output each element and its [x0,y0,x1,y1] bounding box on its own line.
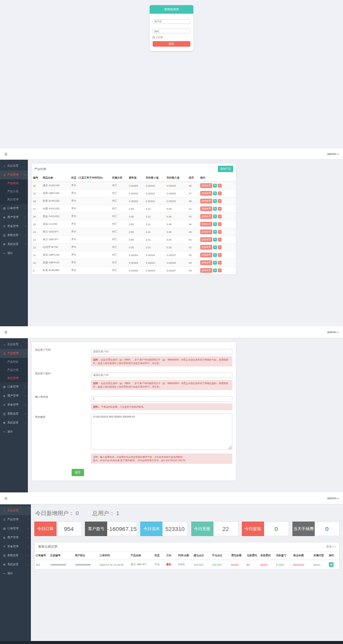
trash-icon[interactable]: × [218,222,222,226]
cell-name: 澳加 AUDCAD [42,182,70,190]
trash-icon[interactable]: × [218,238,222,242]
trash-icon[interactable]: × [218,230,222,234]
params-icon: ▥ [3,412,6,416]
sidebar-item-2[interactable]: ▤订单管理› [0,524,31,533]
trash-icon[interactable]: × [218,199,222,203]
toggle-market-button[interactable]: 启动休市 [200,214,212,219]
pencil-icon[interactable]: ✎ [213,253,217,257]
sidebar-item-label: 订单管理 [7,385,24,389]
column-header: 操作 [328,552,339,560]
sidebar-item-7[interactable]: ↪退出 [0,249,28,258]
cell-risk_max: 5.05 [165,236,187,244]
toggle-market-button[interactable]: 启动休市 [200,237,212,242]
sidebar-subitem-2[interactable]: 风控管理 [0,196,28,204]
toggle-market-button[interactable]: 启动休市 [200,191,212,196]
toggle-market-button[interactable]: 启动休市 [200,183,212,188]
menu-toggle-icon[interactable]: ≡ [4,330,7,335]
remember-me[interactable]: 记住我 [153,36,190,39]
risk-ratio-textarea[interactable]: 0-100,20|101-500,20|501-200000:20 [91,414,232,450]
min-risk-value-input[interactable] [91,396,232,402]
trash-icon[interactable]: × [218,184,222,188]
detail-button[interactable]: ▤ [329,562,334,567]
trash-icon[interactable]: × [218,253,222,257]
login-submit-button[interactable]: 提交 [153,41,190,47]
trash-icon[interactable]: × [218,261,222,265]
add-product-button[interactable]: 添加产品 [218,166,233,172]
sidebar-subitem-0[interactable]: 产品列表 [0,179,28,188]
sidebar-item-1[interactable]: $产品管理› [0,349,28,358]
logout-icon: ↪ [3,572,6,575]
trash-icon[interactable]: × [218,245,222,249]
toggle-market-button[interactable]: 启动休市 [200,260,212,265]
sidebar-item-4[interactable]: ¥资金管理› [0,222,28,231]
user-dropdown[interactable]: admin ▾ [327,496,339,500]
toggle-market-button[interactable]: 启动休市 [200,230,212,234]
login-section: 管理员登录 记住我 提交 [0,0,343,149]
chevron-down-icon: ▾ [337,497,339,500]
sidebar-subitem-1[interactable]: 产品分类 [0,366,28,374]
sidebar-item-6[interactable]: ✱系统设置› [0,240,28,249]
remember-checkbox[interactable] [153,36,155,39]
risk-submit-button[interactable]: 提交 [72,469,84,476]
more-link[interactable]: 更多>> [326,545,336,549]
pencil-icon[interactable]: ✎ [213,191,217,195]
sidebar-item-5[interactable]: ▥参数设置› [0,409,28,418]
sidebar-subitem-0[interactable]: 产品列表 [0,358,28,366]
sidebar-item-6[interactable]: ✱系统设置› [0,560,31,569]
pencil-icon[interactable]: ✎ [213,215,217,218]
sidebar-subitem-2[interactable]: 风控管理 [0,374,28,382]
trash-icon[interactable]: × [218,191,222,195]
sidebar-item-3[interactable]: ☻用户管理› [0,533,31,542]
sidebar-item-0[interactable]: ⌂后台首页 [0,340,28,349]
username-input[interactable] [153,19,190,24]
sidebar-item-3[interactable]: ☻用户管理› [0,213,28,222]
chevron-right-icon: › [25,234,26,237]
pencil-icon[interactable]: ✎ [213,261,217,265]
pencil-icon[interactable]: ✎ [213,268,217,272]
column-header: 状态 [153,552,165,560]
pencil-icon[interactable]: ✎ [213,184,217,188]
pencil-icon[interactable]: ✎ [213,238,217,242]
sidebar-item-2[interactable]: ▤订单管理› [0,204,28,213]
toggle-market-button[interactable]: 启动休市 [200,253,212,257]
sidebar-item-1[interactable]: $产品管理› [0,515,31,524]
menu-toggle-icon[interactable]: ≡ [4,152,7,157]
pencil-icon[interactable]: ✎ [213,199,217,203]
sidebar-item-5[interactable]: ▥参数设置› [0,231,28,240]
user-dropdown[interactable]: admin ▾ [327,152,339,156]
loss-customer-id-input[interactable] [91,349,232,355]
sidebar-subitem-1[interactable]: 产品分类 [0,188,28,196]
field-note: 说明：此处设置会员ID（如：8888），多个用户号码用竖线分开（如：8888|9… [91,380,232,391]
toggle-market-button[interactable]: 启动休市 [200,268,212,273]
sidebar-item-5[interactable]: ▥参数设置› [0,551,31,560]
toggle-market-button[interactable]: 启动休市 [200,245,212,250]
sidebar-item-0[interactable]: ⌂后台首页 [0,506,31,515]
sidebar-item-1[interactable]: $产品管理› [0,170,28,179]
sidebar-item-3[interactable]: ☻用户管理› [0,391,28,400]
sidebar-item-0[interactable]: ⌂后台首页 [0,161,28,170]
sidebar-item-4[interactable]: ¥资金管理› [0,400,28,409]
profit-customer-id-input[interactable] [91,373,232,378]
user-dropdown[interactable]: admin ▾ [327,330,339,334]
trash-icon[interactable]: × [218,268,222,272]
sidebar-item-6[interactable]: ✱系统设置› [0,418,28,427]
cell-status: 开市 [70,267,111,274]
pencil-icon[interactable]: ✎ [213,207,217,211]
sidebar-item-7[interactable]: ↪退出 [0,569,31,578]
menu-toggle-icon[interactable]: ≡ [4,496,7,501]
password-input[interactable] [153,29,190,33]
trash-icon[interactable]: × [218,215,222,218]
pencil-icon[interactable]: ✎ [213,230,217,234]
toggle-market-button[interactable]: 启动休市 [200,222,212,227]
sidebar-item-7[interactable]: ↪退出 [0,427,28,436]
toggle-market-button[interactable]: 启动休市 [200,199,212,203]
table-row: 9欧英 EURGBP开市外汇0.000030.000040.0000743启动休… [32,267,236,274]
pencil-icon[interactable]: ✎ [213,245,217,249]
pencil-icon[interactable]: ✎ [213,222,217,226]
sidebar-item-4[interactable]: ¥资金管理› [0,542,31,551]
sidebar-item-2[interactable]: ▤订单管理› [0,382,28,391]
toggle-market-button[interactable]: 启动休市 [200,206,212,211]
trash-icon[interactable]: × [218,207,222,211]
cell-sort: 44 [187,259,199,267]
chevron-right-icon: › [25,394,26,397]
